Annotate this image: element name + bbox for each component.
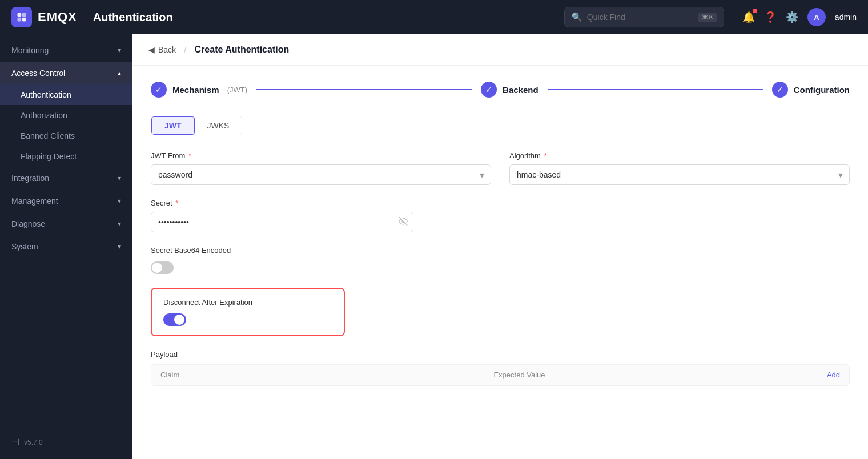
payload-label: Payload [151, 350, 850, 359]
svg-rect-2 [18, 18, 22, 22]
sidebar-item-integration[interactable]: Integration ▾ [0, 167, 132, 190]
step-icon-configuration: ✓ [772, 82, 788, 98]
page-header: ◀ Back / Create Authentication [132, 34, 868, 66]
sidebar-item-authorization[interactable]: Authorization [0, 105, 132, 126]
step-label-backend: Backend [503, 85, 539, 95]
payload-add-button[interactable]: Add [827, 371, 840, 379]
jwt-from-select-wrapper: password username ▾ [151, 164, 491, 185]
payload-col-claim: Claim [160, 371, 493, 379]
secret-label: Secret * [151, 199, 413, 207]
form-group-base64: Secret Base64 Encoded [151, 246, 850, 274]
secret-input-wrapper [151, 212, 413, 232]
search-input[interactable] [587, 13, 694, 22]
base64-toggle-wrapper [151, 261, 850, 274]
sidebar: Monitoring ▾ Access Control ▴ Authentica… [0, 34, 132, 459]
form-row-jwt-algo: JWT From * password username ▾ Algorithm [151, 151, 850, 185]
settings-icon[interactable]: ⚙️ [786, 11, 798, 23]
required-star-algo: * [544, 151, 547, 160]
chevron-down-icon: ▾ [118, 46, 121, 54]
main-layout: Monitoring ▾ Access Control ▴ Authentica… [0, 34, 868, 459]
step-connector-2 [548, 89, 763, 90]
user-label: admin [835, 13, 857, 22]
sidebar-item-access-control[interactable]: Access Control ▴ [0, 62, 132, 84]
avatar[interactable]: A [807, 8, 826, 26]
step-icon-mechanism: ✓ [151, 82, 167, 98]
content-area: ◀ Back / Create Authentication ✓ Mechani… [132, 34, 868, 459]
sidebar-item-diagnose[interactable]: Diagnose ▾ [0, 212, 132, 235]
chevron-down-icon: ▾ [118, 174, 121, 182]
toggle-thumb [152, 263, 162, 273]
step-configuration: ✓ Configuration [772, 82, 850, 98]
algorithm-select[interactable]: hmac-based public-key [509, 164, 850, 185]
tab-jwks[interactable]: JWKS [195, 116, 242, 135]
tab-group: JWT JWKS [151, 116, 242, 135]
form-group-jwt-from: JWT From * password username ▾ [151, 151, 491, 185]
sidebar-footer: ⊣ v5.7.0 [0, 430, 132, 454]
collapse-icon[interactable]: ⊣ [11, 437, 19, 448]
payload-header: Claim Expected Value Add [151, 365, 849, 385]
back-arrow-icon: ◀ [148, 45, 155, 54]
svg-rect-1 [22, 13, 26, 17]
payload-section: Payload Claim Expected Value Add [151, 350, 850, 386]
chevron-down-icon: ▾ [118, 243, 121, 251]
disconnect-toggle-wrapper [163, 313, 332, 326]
search-bar[interactable]: 🔍 ⌘ K [564, 7, 724, 27]
svg-rect-3 [22, 18, 26, 22]
svg-rect-0 [18, 13, 22, 17]
base64-toggle[interactable] [151, 261, 174, 274]
disconnect-toggle[interactable] [163, 313, 186, 326]
chevron-down-icon: ▾ [118, 220, 121, 228]
search-icon: 🔍 [572, 12, 582, 22]
help-icon[interactable]: ❓ [764, 11, 777, 23]
step-sub-mechanism: (JWT) [227, 86, 247, 94]
chevron-down-icon: ▾ [118, 197, 121, 205]
chevron-up-icon: ▴ [118, 69, 121, 77]
base64-label: Secret Base64 Encoded [151, 246, 850, 255]
breadcrumb-separator: / [184, 45, 186, 55]
sidebar-item-authentication[interactable]: Authentication [0, 84, 132, 105]
form-group-secret: Secret * [151, 199, 413, 232]
sidebar-item-flapping-detect[interactable]: Flapping Detect [0, 146, 132, 167]
navbar-actions: 🔔 ❓ ⚙️ A admin [742, 8, 857, 26]
jwt-from-label: JWT From * [151, 151, 491, 160]
navbar-title: Authentication [93, 11, 173, 24]
logo-icon [11, 7, 32, 27]
sidebar-item-system[interactable]: System ▾ [0, 235, 132, 258]
sidebar-item-banned-clients[interactable]: Banned Clients [0, 126, 132, 146]
form-group-algorithm: Algorithm * hmac-based public-key ▾ [509, 151, 850, 185]
disconnect-highlight-box: Disconnect After Expiration [151, 288, 345, 336]
search-shortcut: ⌘ K [698, 13, 717, 22]
jwt-from-select[interactable]: password username [151, 164, 491, 185]
steps: ✓ Mechanism (JWT) ✓ Backend ✓ Configurat… [151, 82, 850, 98]
version-label: v5.7.0 [24, 438, 43, 446]
back-button[interactable]: ◀ Back [148, 45, 176, 54]
step-icon-backend: ✓ [481, 82, 497, 98]
step-connector-1 [256, 89, 472, 90]
page-title: Create Authentication [195, 45, 290, 55]
toggle-thumb [174, 315, 184, 325]
navbar: EMQX Authentication 🔍 ⌘ K 🔔 ❓ ⚙️ A admin [0, 0, 868, 34]
notification-bell[interactable]: 🔔 [742, 11, 755, 23]
required-star-secret: * [175, 199, 178, 207]
algorithm-label: Algorithm * [509, 151, 850, 160]
disconnect-label: Disconnect After Expiration [163, 298, 332, 307]
logo-text: EMQX [38, 10, 77, 25]
step-backend: ✓ Backend [481, 82, 539, 98]
notification-badge [753, 9, 757, 13]
algorithm-select-wrapper: hmac-based public-key ▾ [509, 164, 850, 185]
tab-jwt[interactable]: JWT [151, 116, 195, 135]
step-label-mechanism: Mechanism [172, 85, 219, 95]
sidebar-item-monitoring[interactable]: Monitoring ▾ [0, 39, 132, 62]
step-label-configuration: Configuration [794, 85, 850, 95]
form-container: ✓ Mechanism (JWT) ✓ Backend ✓ Configurat… [132, 66, 868, 402]
sidebar-item-management[interactable]: Management ▾ [0, 190, 132, 212]
payload-col-expected: Expected Value [493, 371, 826, 379]
eye-icon[interactable] [399, 217, 408, 228]
required-star: * [188, 151, 191, 160]
logo[interactable]: EMQX [11, 7, 77, 27]
secret-input[interactable] [151, 212, 413, 232]
step-mechanism: ✓ Mechanism (JWT) [151, 82, 247, 98]
payload-table: Claim Expected Value Add [151, 364, 850, 386]
